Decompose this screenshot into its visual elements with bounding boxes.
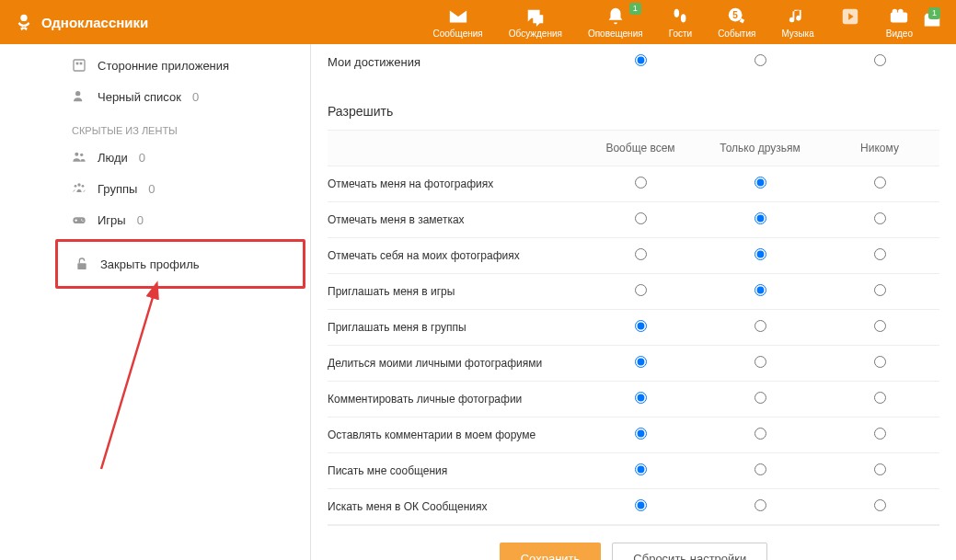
radio-all[interactable]	[635, 428, 647, 440]
radio-none[interactable]	[874, 428, 886, 440]
radio-all[interactable]	[635, 54, 647, 66]
radio-all[interactable]	[635, 499, 647, 511]
setting-row: Писать мне сообщения	[328, 453, 939, 489]
radio-all[interactable]	[635, 248, 647, 260]
bell-icon	[605, 6, 626, 27]
radio-all[interactable]	[635, 320, 647, 332]
nav-label: Сообщения	[433, 29, 483, 39]
setting-row: Приглашать меня в игры	[328, 274, 939, 310]
radio-cell	[581, 320, 700, 335]
radio-none[interactable]	[874, 177, 886, 189]
radio-all[interactable]	[635, 356, 647, 368]
nav-label: Музыка	[781, 29, 813, 39]
settings-rows: Отмечать меня на фотографияхОтмечать мен…	[328, 166, 939, 525]
radio-none[interactable]	[874, 284, 886, 296]
groups-icon	[72, 181, 86, 196]
sidebar-item-games[interactable]: Игры 0	[0, 204, 310, 235]
sidebar: Сторонние приложения Черный список 0 СКР…	[0, 44, 311, 560]
sidebar-item-people[interactable]: Люди 0	[0, 142, 310, 173]
setting-row: Оставлять комментарии в моем форуме	[328, 417, 939, 453]
sidebar-label: Сторонние приложения	[98, 59, 229, 73]
reset-button[interactable]: Сбросить настройки	[612, 543, 767, 560]
radio-cell	[581, 428, 700, 442]
gamepad-icon	[72, 212, 86, 227]
radio-none[interactable]	[874, 499, 886, 511]
radio-friends[interactable]	[754, 356, 766, 368]
radio-friends[interactable]	[754, 320, 766, 332]
radio-friends[interactable]	[754, 212, 766, 224]
radio-cell	[820, 320, 939, 335]
row-label: Делиться моими личными фотографиями	[328, 357, 581, 370]
radio-cell	[700, 463, 820, 478]
nav-guests[interactable]: Гости	[669, 6, 692, 39]
radio-none[interactable]	[874, 320, 886, 332]
nav-label: Гости	[669, 29, 692, 39]
radio-cell	[700, 212, 820, 227]
radio-none[interactable]	[874, 54, 886, 66]
radio-cell	[820, 54, 939, 69]
sidebar-count: 0	[137, 213, 144, 227]
nav-wallet[interactable]: 1	[922, 11, 942, 34]
save-button[interactable]: Сохранить	[500, 543, 602, 560]
nav-video[interactable]: Видео	[886, 6, 913, 39]
nav-events[interactable]: 5 События	[718, 6, 755, 39]
sidebar-item-blacklist[interactable]: Черный список 0	[0, 81, 310, 112]
radio-cell	[581, 54, 700, 69]
radio-all[interactable]	[635, 284, 647, 296]
radio-friends[interactable]	[754, 499, 766, 511]
radio-none[interactable]	[874, 356, 886, 368]
radio-all[interactable]	[635, 392, 647, 404]
radio-friends[interactable]	[754, 428, 766, 440]
nav-messages[interactable]: Сообщения	[433, 6, 483, 39]
footer-actions: Сохранить Сбросить настройки	[328, 525, 939, 560]
radio-cell	[581, 463, 700, 478]
radio-friends[interactable]	[754, 177, 766, 189]
five-icon: 5	[727, 6, 747, 27]
nav-notifications[interactable]: 1 Оповещения	[588, 6, 643, 39]
row-label: Приглашать меня в игры	[328, 285, 581, 298]
svg-text:5: 5	[732, 9, 738, 19]
radio-none[interactable]	[874, 463, 886, 475]
sidebar-item-thirdparty-apps[interactable]: Сторонние приложения	[0, 50, 310, 81]
radio-friends[interactable]	[754, 284, 766, 296]
radio-none[interactable]	[874, 248, 886, 260]
nav-discussions[interactable]: Обсуждения	[509, 6, 562, 39]
radio-friends[interactable]	[754, 463, 766, 475]
radio-friends[interactable]	[754, 248, 766, 260]
brand-name: Одноклассники	[41, 15, 148, 30]
nav-play[interactable]	[840, 6, 860, 39]
badge: 1	[928, 7, 940, 19]
radio-none[interactable]	[874, 212, 886, 224]
svg-point-17	[82, 185, 85, 188]
sidebar-label: Закрыть профиль	[100, 257, 200, 271]
music-icon	[788, 6, 808, 27]
lock-open-icon	[75, 257, 89, 271]
sidebar-item-close-profile[interactable]: Закрыть профиль	[58, 242, 303, 286]
row-label: Мои достижения	[328, 55, 581, 69]
brand-logo[interactable]: Одноклассники	[14, 12, 148, 32]
svg-point-19	[81, 219, 82, 220]
footsteps-icon	[670, 6, 690, 27]
svg-rect-21	[77, 263, 86, 269]
radio-cell	[820, 499, 939, 514]
nav-music[interactable]: Музыка	[781, 6, 813, 39]
sidebar-item-groups[interactable]: Группы 0	[0, 173, 310, 204]
radio-cell	[820, 248, 939, 263]
radio-cell	[581, 392, 700, 406]
setting-row: Искать меня в ОК Сообщениях	[328, 489, 939, 525]
section-title: Разрешить	[328, 78, 939, 130]
radio-none[interactable]	[874, 392, 886, 404]
radio-friends[interactable]	[754, 54, 766, 66]
nav-label: Обсуждения	[509, 29, 562, 39]
radio-all[interactable]	[635, 463, 647, 475]
table-header: Вообще всем Только друзьям Никому	[328, 130, 939, 166]
radio-cell	[700, 284, 820, 299]
radio-cell	[820, 177, 939, 191]
radio-friends[interactable]	[754, 392, 766, 404]
radio-all[interactable]	[635, 212, 647, 224]
radio-cell	[581, 499, 700, 514]
top-nav: Сообщения Обсуждения 1 Оповещения Гости …	[433, 6, 913, 39]
row-label: Отмечать меня на фотографиях	[328, 177, 581, 190]
setting-row: Отмечать меня в заметках	[328, 202, 939, 238]
radio-all[interactable]	[635, 177, 647, 189]
